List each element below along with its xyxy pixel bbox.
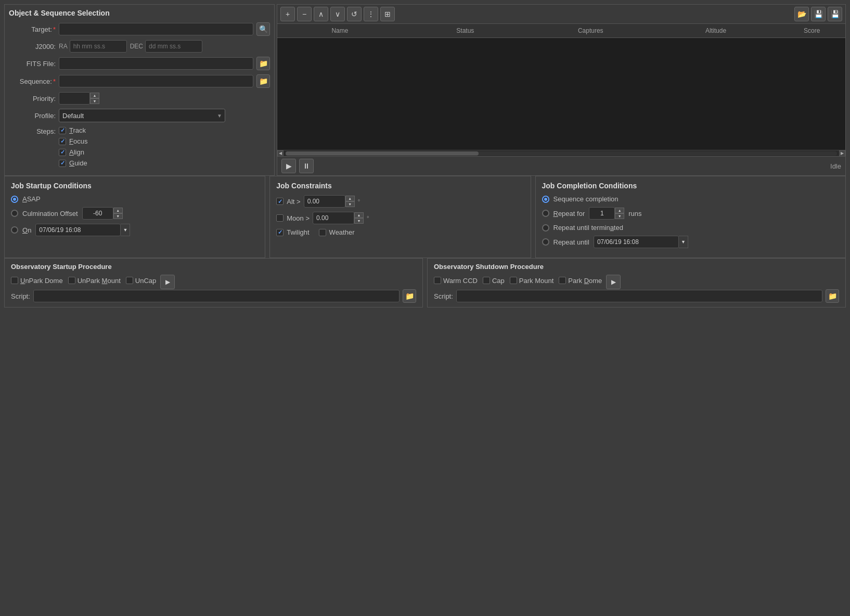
moon-up[interactable]: ▲ (354, 212, 364, 218)
repeat-for-down[interactable]: ▼ (615, 213, 624, 219)
uncap-checkbox[interactable] (126, 277, 133, 284)
step-focus-checkbox[interactable] (59, 138, 66, 145)
warm-ccd-label: Warm CCD (443, 277, 478, 285)
target-row: Target:* 🔍 (9, 22, 270, 36)
remove-button[interactable]: − (297, 7, 312, 21)
ra-input[interactable] (70, 40, 127, 53)
scroll-left-button[interactable]: ◀ (277, 150, 284, 157)
down-button[interactable]: ∨ (330, 7, 345, 21)
col-score: Score (779, 26, 845, 35)
more-button[interactable]: ⋮ (364, 7, 378, 21)
target-icon-button[interactable]: ⊞ (380, 7, 395, 21)
completion-title: Job Completion Conditions (542, 182, 840, 190)
culmination-radio[interactable] (11, 210, 18, 217)
repeat-for-radio[interactable] (542, 210, 549, 217)
scroll-thumb[interactable] (286, 151, 479, 156)
profile-label: Profile: (9, 112, 56, 120)
step-guide-checkbox[interactable] (59, 160, 66, 167)
top-section: Object & Sequence Selection Target:* 🔍 J… (4, 4, 846, 176)
sequence-input[interactable] (59, 75, 253, 87)
on-datetime-dropdown[interactable]: ▼ (121, 224, 130, 236)
sequence-row: Sequence:* 📁 (9, 74, 270, 88)
alt-input[interactable] (304, 195, 345, 208)
play-button[interactable]: ▶ (281, 159, 296, 173)
moon-down[interactable]: ▼ (354, 218, 364, 224)
save-button[interactable]: 💾 (811, 7, 826, 21)
on-radio[interactable] (11, 226, 18, 234)
step-track-row: Track (59, 126, 87, 134)
shutdown-script-row: Script: 📁 (434, 289, 839, 303)
shutdown-script-input[interactable] (456, 290, 822, 302)
add-button[interactable]: + (280, 7, 295, 21)
alt-label: Alt > (287, 198, 300, 206)
search-button[interactable]: 🔍 (256, 22, 270, 36)
step-guide-label: Guide (69, 159, 87, 167)
shutdown-play-button[interactable]: ▶ (606, 275, 621, 289)
sequence-file-button[interactable]: 📁 (256, 74, 270, 88)
step-focus-row: Focus (59, 137, 87, 145)
repeat-term-radio[interactable] (542, 224, 549, 232)
open-button[interactable]: 📂 (794, 7, 809, 21)
unpark-mount-checkbox[interactable] (68, 277, 75, 284)
j2000-label: J2000: (9, 43, 56, 50)
alt-down[interactable]: ▼ (345, 201, 355, 207)
culmination-up[interactable]: ▲ (113, 208, 123, 213)
warm-ccd-checkbox[interactable] (434, 277, 441, 284)
target-input[interactable] (59, 23, 253, 35)
profile-row: Profile: Default ▼ (9, 109, 270, 122)
step-align-checkbox[interactable] (59, 149, 66, 156)
moon-checkbox[interactable] (276, 214, 284, 222)
repeat-for-input[interactable] (589, 207, 615, 220)
repeat-for-up[interactable]: ▲ (615, 208, 624, 213)
startup-shutdown-row: Observatory Startup Procedure UnPark Dom… (4, 258, 846, 307)
dec-prefix: DEC (130, 43, 143, 50)
alt-row: Alt > ▲ ▼ ° (276, 195, 524, 208)
park-mount-checkbox[interactable] (510, 277, 517, 284)
up-button[interactable]: ∧ (314, 7, 328, 21)
startup-play-button[interactable]: ▶ (160, 275, 175, 289)
dec-input[interactable] (145, 40, 202, 53)
col-captures: Captures (528, 26, 653, 35)
step-track-checkbox[interactable] (59, 127, 66, 134)
toolbar-right: 📂 💾 💾 (794, 7, 842, 21)
startup-script-file-button[interactable]: 📁 (403, 289, 416, 303)
culmination-input[interactable] (82, 207, 113, 220)
startup-script-input[interactable] (33, 290, 400, 302)
fits-input[interactable] (59, 57, 253, 70)
moon-input[interactable] (313, 212, 354, 224)
unpark-mount-group: UnPark Mount (68, 277, 121, 285)
unpark-dome-group: UnPark Dome (11, 277, 63, 285)
repeat-for-suffix: runs (628, 210, 641, 217)
fits-file-button[interactable]: 📁 (256, 57, 270, 70)
refresh-button[interactable]: ↺ (347, 7, 362, 21)
weather-checkbox[interactable] (319, 229, 326, 236)
park-dome-checkbox[interactable] (559, 277, 566, 284)
repeat-until-input[interactable] (594, 236, 679, 248)
shutdown-script-file-button[interactable]: 📁 (826, 289, 839, 303)
scroll-track[interactable] (286, 151, 837, 156)
repeat-until-dropdown[interactable]: ▼ (679, 236, 688, 248)
profile-select[interactable]: Default (59, 109, 225, 122)
horizontal-scrollbar[interactable]: ◀ ▶ (277, 150, 845, 156)
priority-input[interactable]: 10 (59, 92, 90, 105)
seq-complete-radio[interactable] (542, 196, 549, 203)
priority-spinner: ▲ ▼ (90, 93, 99, 104)
on-datetime-input[interactable] (35, 224, 121, 236)
priority-up[interactable]: ▲ (90, 93, 99, 98)
asap-radio[interactable] (11, 196, 18, 203)
twilight-checkbox[interactable] (276, 229, 284, 236)
alt-checkbox[interactable] (276, 198, 284, 205)
priority-down[interactable]: ▼ (90, 98, 99, 104)
pause-button[interactable]: ⏸ (299, 159, 314, 173)
unpark-dome-checkbox[interactable] (11, 277, 18, 284)
scroll-right-button[interactable]: ▶ (839, 150, 845, 157)
steps-section: Steps: Track Focus Align (9, 126, 270, 167)
repeat-until-radio[interactable] (542, 238, 549, 246)
on-row: On ▼ (11, 224, 259, 236)
twilight-weather-row: Twilight Weather (276, 228, 524, 236)
culmination-down[interactable]: ▼ (113, 213, 123, 219)
alt-up[interactable]: ▲ (345, 196, 355, 201)
cap-checkbox[interactable] (483, 277, 490, 284)
save-as-button[interactable]: 💾 (828, 7, 842, 21)
sequence-label: Sequence:* (9, 78, 56, 85)
